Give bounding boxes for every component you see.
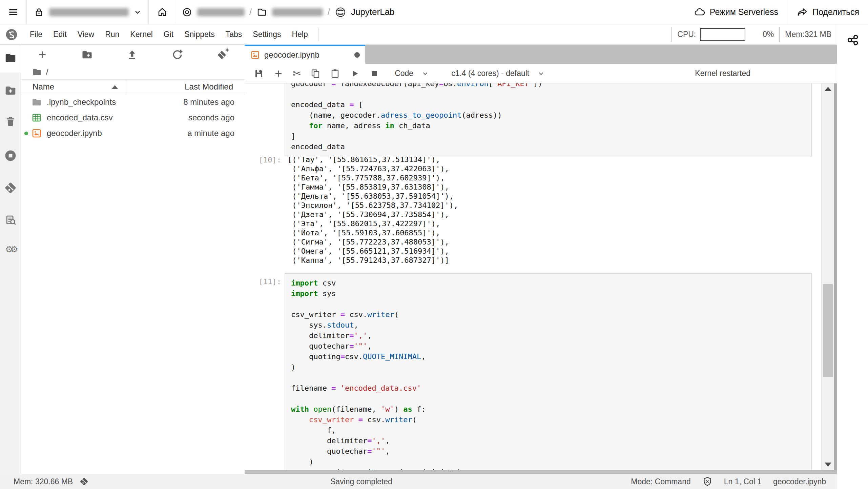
git-icon[interactable] [79,476,89,487]
scrollbar-thumb[interactable] [823,284,833,377]
panel-right-border [834,83,837,470]
copy-cells-button[interactable] [310,68,321,79]
code-cell-partial[interactable]: geocoder = YandexGeocoder(api_key=os.env… [285,83,812,156]
file-browser-breadcrumb[interactable]: / [21,64,245,79]
tab-bar: geocoder.ipynb [245,45,837,64]
gears-icon: ⚙⚙ [5,244,16,254]
folder-icon [31,97,42,107]
serverless-mode-button[interactable]: Режим Serverless [685,0,787,24]
project-name-blurred[interactable] [197,8,245,16]
csv-file-icon [31,112,42,123]
main-menu-button[interactable] [0,0,26,24]
cursor-position[interactable]: Ln 1, Col 1 [724,477,762,486]
column-last-modified[interactable]: Last Modified [185,82,245,92]
menu-bar: File Edit View Run Kernel Git Snippets T… [0,24,836,45]
tab-settings[interactable]: ⚙⚙ [5,244,16,255]
notebook-folder-name-blurred[interactable] [272,8,323,16]
file-row-encoded-data-csv[interactable]: encoded_data.csv seconds ago [21,110,245,125]
notebook-file-icon [250,50,260,60]
tab-trash[interactable] [4,115,17,128]
workspace-name-blurred [49,8,129,16]
column-name[interactable]: Name [21,82,54,92]
new-launcher-button[interactable] [37,49,48,60]
run-cell-button[interactable] [349,68,360,79]
root-path: / [46,67,48,77]
notebook-file-icon [31,128,42,139]
org-lock-icon [34,7,44,18]
scroll-up-arrow[interactable] [825,87,831,91]
menu-run[interactable]: Run [100,24,125,44]
cell-type-select[interactable]: Code [395,69,429,78]
left-activity-bar: ⚙⚙ [0,45,21,474]
save-button[interactable] [253,68,264,79]
interrupt-kernel-button[interactable] [369,68,380,79]
tab-snippets-search[interactable] [4,214,17,227]
folder-icon [256,7,267,18]
top-bar: / / JupyterLab Режим Serverless [0,0,868,24]
kernel-select[interactable]: c1.4 (4 cores) - default [451,69,545,78]
menu-edit[interactable]: Edit [48,24,72,44]
memory-usage: Mem:321 MB [785,30,836,39]
tab-file-browser[interactable] [4,52,17,64]
share-button[interactable]: Поделиться [787,0,868,24]
upload-button[interactable] [126,48,138,61]
tab-git[interactable] [4,181,17,194]
menu-file[interactable]: File [24,24,48,44]
tab-title: geocoder.ipynb [264,50,319,60]
menu-git[interactable]: Git [158,24,179,44]
new-folder-button[interactable] [81,48,93,61]
panel-bottom-border [245,470,837,474]
file-row-geocoder-ipynb[interactable]: geocoder.ipynb a minute ago [21,125,245,141]
home-button[interactable] [149,0,176,24]
menu-kernel[interactable]: Kernel [125,24,158,44]
stop-circle-icon [4,149,17,162]
output-prompt: [10]: [251,156,281,164]
home-icon [157,7,168,18]
menu-settings[interactable]: Settings [247,24,286,44]
file-modified: a minute ago [187,129,245,138]
tab-running-kernels[interactable] [4,149,17,162]
resource-monitor: CPU: 0% Mem:321 MB [666,24,836,44]
share-nodes-button[interactable] [846,33,860,47]
unsaved-changes-dot[interactable] [354,52,360,58]
file-name: .ipynb_checkpoints [47,97,116,107]
git-init-button[interactable] [216,48,229,61]
sort-ascending-icon[interactable] [112,85,118,89]
add-cell-button[interactable] [273,68,284,79]
breadcrumb-separator: / [249,7,252,17]
tab-geocoder-ipynb[interactable]: geocoder.ipynb [245,45,365,64]
menu-view[interactable]: View [72,24,100,44]
chevron-down-icon [537,70,545,77]
trust-shield-icon[interactable] [702,476,712,487]
cpu-usage-bar [700,28,745,41]
file-modified: seconds ago [188,113,245,122]
menu-tabs[interactable]: Tabs [220,24,248,44]
code-cell-11[interactable]: import csvimport sys csv_writer = csv.wr… [285,273,812,470]
notebook-scroll-area[interactable]: geocoder = YandexGeocoder(api_key=os.env… [245,83,837,470]
cloud-icon [694,6,706,18]
file-name: encoded_data.csv [47,113,113,122]
menu-help[interactable]: Help [286,24,313,44]
refresh-button[interactable] [171,48,183,61]
cut-cells-button[interactable]: ✂ [293,69,301,79]
folder-icon [4,52,17,64]
notebook-scrollbar[interactable] [821,83,834,470]
share-forward-icon [796,6,808,18]
file-list: .ipynb_checkpoints 8 minutes ago encoded… [21,94,245,141]
chevron-down-icon [133,8,142,16]
menu-snippets[interactable]: Snippets [179,24,220,44]
community-icon [182,7,192,18]
file-row-ipynb-checkpoints[interactable]: .ipynb_checkpoints 8 minutes ago [21,94,245,110]
paste-cells-button[interactable] [330,68,340,79]
saving-status: Saving completed [330,477,392,486]
editor-mode[interactable]: Mode: Command [631,477,690,486]
active-file-name: geocoder.ipynb [773,477,826,486]
workspace-selector[interactable] [27,0,148,24]
serverless-mode-label: Режим Serverless [710,7,778,17]
modified-indicator-dot [24,132,28,135]
right-sidebar [837,24,868,489]
tab-shared-storage[interactable] [4,84,17,97]
cell-output-text: [('Тау', '[55.861615,37.513134]'), ('Аль… [288,155,458,265]
folder-plus-icon [4,84,17,97]
scroll-down-arrow[interactable] [825,463,831,467]
